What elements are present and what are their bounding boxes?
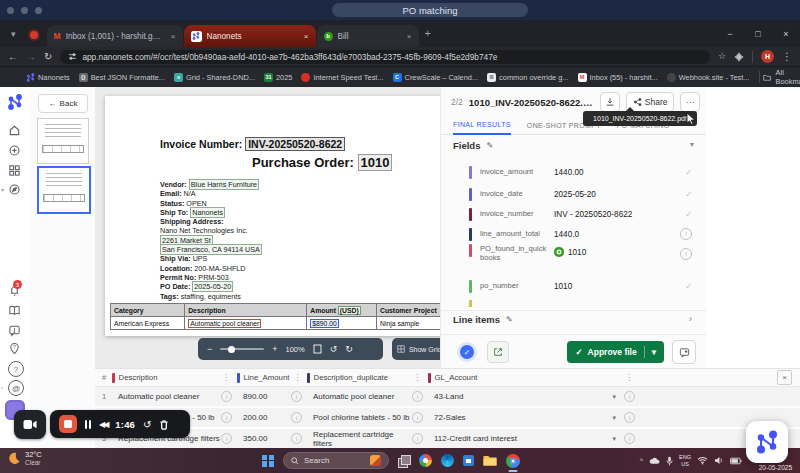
delete-recording-icon[interactable] <box>159 419 169 430</box>
traffic-dot-icon[interactable] <box>21 7 28 14</box>
cell-info-icon[interactable]: i <box>624 433 635 444</box>
maximize-icon[interactable]: □ <box>744 20 772 47</box>
cell-info-icon[interactable]: i <box>221 433 232 444</box>
onedrive-cloud-icon[interactable] <box>649 457 660 465</box>
zoom-out-icon[interactable]: − <box>207 344 212 354</box>
notifications-bell-icon[interactable]: 3 <box>8 284 21 297</box>
field-value[interactable]: 1010 <box>568 248 586 257</box>
cell-info-icon[interactable]: i <box>291 412 302 423</box>
download-button[interactable] <box>600 92 620 112</box>
battery-icon[interactable] <box>730 457 742 465</box>
back-button[interactable]: ← Back <box>38 94 88 113</box>
pause-recording-button[interactable] <box>85 420 91 429</box>
weather-widget[interactable]: 32°C Clear <box>6 450 42 466</box>
tray-expand-icon[interactable]: ^ <box>640 457 643 464</box>
column-menu-icon[interactable]: ⋮ <box>222 373 230 382</box>
cell-info-icon[interactable]: i <box>412 391 423 402</box>
bookmark-item[interactable]: {} Best JSON Formatte... <box>79 73 165 82</box>
cell-description[interactable]: Automatic pool cleaner <box>118 392 199 401</box>
site-settings-icon[interactable] <box>68 52 77 61</box>
edge-browser-icon[interactable] <box>441 448 454 473</box>
bookmark-star-icon[interactable]: ☆ <box>718 52 726 61</box>
gl-dropdown-icon[interactable]: ▾ <box>612 393 616 401</box>
mentions-at-icon[interactable]: @ <box>8 380 24 396</box>
add-icon[interactable] <box>8 144 21 157</box>
explore-compass-icon[interactable] <box>8 183 21 196</box>
address-bar[interactable]: app.nanonets.com/#/ocr/test/0b9490aa-aef… <box>60 50 710 64</box>
field-value[interactable]: 1010 <box>554 282 572 291</box>
cell-info-icon[interactable]: i <box>412 433 423 444</box>
photos-app-icon[interactable] <box>419 448 432 473</box>
all-bookmarks-button[interactable]: All Bookmarks <box>759 68 800 86</box>
restart-recording-icon[interactable]: ↺ <box>143 419 151 430</box>
column-line-amount[interactable]: Line_Amount ⋮ <box>237 373 307 383</box>
column-menu-icon[interactable]: ⋮ <box>413 373 421 382</box>
chrome-browser-icon[interactable] <box>506 448 520 473</box>
page-thumbnail-1[interactable] <box>37 118 89 164</box>
browser-menu-icon[interactable]: ⋮ <box>782 52 792 62</box>
traffic-dot-icon[interactable] <box>35 7 42 14</box>
tab-final-results[interactable]: FINAL RESULTS <box>453 121 511 135</box>
forward-icon[interactable]: → <box>26 52 36 62</box>
bookmark-item[interactable]: Nanonets <box>26 73 70 82</box>
rotate-left-icon[interactable]: ↺ <box>330 344 338 354</box>
field-row-po-number[interactable]: po_number 1010 ✓ <box>469 278 692 294</box>
cell-gl-account[interactable]: 43-Land <box>434 392 463 401</box>
column-menu-icon[interactable]: ⋮ <box>293 373 301 382</box>
cell-info-icon[interactable]: i <box>624 391 635 402</box>
tab-bill[interactable]: b Bill × <box>317 25 419 47</box>
doc-description-value[interactable]: Automatic pool cleaner <box>188 319 261 328</box>
field-value[interactable]: INV - 20250520-8622 <box>554 210 632 219</box>
field-value[interactable]: 2025-05-20 <box>554 190 596 199</box>
task-view-icon[interactable] <box>398 455 410 467</box>
column-menu-icon[interactable]: ⋮ <box>625 373 633 382</box>
table-row[interactable]: 2 Pool chlorine tablets - 50 lbi 200.00i… <box>95 408 800 429</box>
field-row-po-found-in-quickbooks[interactable]: PO_found_in_quickbooks 1010 ! <box>469 244 692 270</box>
close-tab-icon[interactable]: × <box>304 32 309 41</box>
gl-dropdown-icon[interactable]: ▾ <box>612 435 616 443</box>
edit-line-items-icon[interactable]: ✎ <box>506 315 513 324</box>
cell-info-icon[interactable]: i <box>221 391 232 402</box>
verified-badge-icon[interactable]: ✓ <box>457 342 477 362</box>
field-row-invoice-date[interactable]: invoice_date 2025-05-20 ✓ <box>469 186 692 202</box>
cell-line-amount[interactable]: 350.00 <box>243 434 267 443</box>
cell-gl-account[interactable]: 72-Sales <box>434 413 466 422</box>
tab-nanonets-active[interactable]: Nanonets × <box>184 25 316 47</box>
cell-line-amount[interactable]: 890.00 <box>243 392 267 401</box>
cell-info-icon[interactable]: i <box>221 412 232 423</box>
zoom-in-icon[interactable]: + <box>272 344 277 354</box>
feedback-chat-icon[interactable] <box>8 324 21 337</box>
close-window-icon[interactable]: × <box>772 20 800 47</box>
doc-amount-value[interactable]: $890.00 <box>310 319 339 328</box>
help-circle-icon[interactable]: ? <box>8 361 24 377</box>
traffic-dot-icon[interactable] <box>7 7 14 14</box>
wifi-icon[interactable] <box>697 456 708 465</box>
bookmark-item[interactable]: ≣ common override g... <box>487 73 568 82</box>
gl-dropdown-icon[interactable]: ▾ <box>612 414 616 422</box>
cell-gl-account[interactable]: 112-Credit card interest <box>434 434 517 443</box>
stop-recording-button[interactable] <box>59 415 77 433</box>
cell-description-duplicate[interactable]: Automatic pool cleaner <box>313 392 394 401</box>
reload-icon[interactable]: ↻ <box>44 52 52 62</box>
microphone-icon[interactable] <box>666 456 673 466</box>
profile-avatar[interactable]: H <box>761 50 774 63</box>
cell-info-icon[interactable]: i <box>412 412 423 423</box>
column-description-duplicate[interactable]: Description_duplicate ⋮ <box>307 373 428 383</box>
close-tab-icon[interactable]: × <box>171 32 176 41</box>
cell-description-duplicate[interactable]: Replacement cartridge filters <box>313 430 412 448</box>
new-tab-icon[interactable]: + <box>425 27 431 39</box>
expand-line-items-icon[interactable]: › <box>689 314 692 324</box>
bookmark-item[interactable]: C CrewScale – Calend... <box>393 73 479 82</box>
edit-fields-icon[interactable]: ✎ <box>486 141 493 150</box>
taskbar-search[interactable]: Search <box>283 452 389 469</box>
nanonets-logo[interactable] <box>7 94 23 110</box>
nanonets-widget[interactable] <box>746 421 788 463</box>
docs-book-icon[interactable] <box>8 304 21 317</box>
store-app-icon[interactable] <box>463 448 474 473</box>
invoice-number-value[interactable]: INV-20250520-8622 <box>245 137 345 151</box>
cell-description-duplicate[interactable]: Pool chlorine tablets - 50 lb <box>313 413 410 422</box>
bookmark-item[interactable]: M Inbox (55) - harshit... <box>578 73 658 82</box>
file-explorer-icon[interactable] <box>483 448 497 473</box>
minimize-icon[interactable]: − <box>716 20 744 47</box>
table-row[interactable]: 1 Automatic pool cleaneri 890.00i Automa… <box>95 387 800 408</box>
